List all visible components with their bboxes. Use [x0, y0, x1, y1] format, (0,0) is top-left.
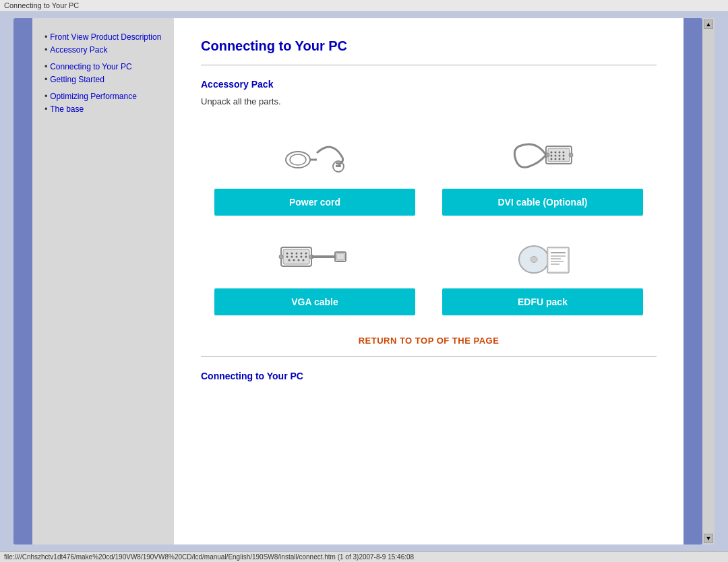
- sidebar-item-accessory[interactable]: Accessory Pack: [42, 44, 164, 55]
- svg-point-28: [305, 253, 307, 255]
- svg-point-44: [530, 257, 537, 263]
- sidebar-link-getting-started[interactable]: Getting Started: [50, 75, 104, 84]
- power-cord-label[interactable]: Power cord: [214, 189, 415, 216]
- scrollbar-down-button[interactable]: ▼: [704, 534, 713, 543]
- top-divider: [201, 65, 657, 65]
- sidebar-link-accessory[interactable]: Accessory Pack: [50, 45, 107, 55]
- dvi-cable-icon: [506, 133, 580, 180]
- edfu-pack-icon: [506, 232, 580, 280]
- sidebar-link-front-view[interactable]: Front View Product Description: [50, 32, 161, 42]
- svg-point-10: [559, 152, 561, 154]
- svg-point-9: [555, 152, 557, 154]
- svg-point-35: [293, 259, 295, 261]
- scrollbar-up-button[interactable]: ▲: [704, 20, 713, 29]
- svg-point-8: [551, 152, 553, 154]
- main-content: Connecting to Your PC Accessory Pack Unp…: [174, 18, 684, 544]
- svg-point-17: [555, 158, 557, 160]
- svg-point-25: [291, 253, 293, 255]
- sidebar-item-getting-started[interactable]: Getting Started: [42, 74, 164, 84]
- edfu-pack-cell: EDFU pack: [429, 222, 657, 322]
- statusbar-text: file:////Cnhszhctv1dt476/make%20cd/190VW…: [4, 553, 414, 561]
- svg-point-36: [298, 259, 300, 261]
- sidebar-item-base[interactable]: The base: [42, 104, 164, 114]
- svg-point-33: [305, 256, 307, 258]
- sidebar-link-base[interactable]: The base: [50, 104, 84, 114]
- svg-point-26: [296, 253, 298, 255]
- accessories-grid: Power cord: [201, 123, 657, 322]
- power-cord-icon: [278, 133, 352, 180]
- sidebar-link-connecting[interactable]: Connecting to Your PC: [50, 62, 131, 71]
- power-cord-cell: Power cord: [201, 123, 429, 222]
- return-link-container[interactable]: RETURN TO TOP OF THE PAGE: [201, 336, 657, 346]
- sidebar-item-optimizing[interactable]: Optimizing Performance: [42, 91, 164, 101]
- svg-point-18: [559, 158, 561, 160]
- svg-point-13: [555, 155, 557, 157]
- intro-text: Unpack all the parts.: [201, 96, 657, 106]
- return-to-top-link[interactable]: RETURN TO TOP OF THE PAGE: [359, 336, 499, 346]
- svg-point-14: [559, 155, 561, 157]
- left-accent-bar: [13, 18, 32, 544]
- sidebar-nav: Front View Product Description Accessory…: [42, 32, 164, 114]
- titlebar: Connecting to Your PC: [0, 0, 728, 11]
- bottom-divider: [201, 356, 657, 357]
- svg-point-16: [551, 158, 553, 160]
- page-title: Connecting to Your PC: [201, 38, 657, 54]
- sidebar-link-optimizing[interactable]: Optimizing Performance: [50, 92, 137, 101]
- svg-point-37: [303, 259, 305, 261]
- svg-point-34: [289, 259, 291, 261]
- titlebar-text: Connecting to Your PC: [4, 1, 79, 9]
- sidebar-item-front-view[interactable]: Front View Product Description: [42, 32, 164, 42]
- svg-point-29: [286, 256, 289, 258]
- vga-cable-icon: [278, 232, 352, 280]
- svg-point-31: [296, 256, 298, 258]
- svg-point-38: [279, 255, 283, 259]
- dvi-cable-cell: DVI cable (Optional): [429, 123, 657, 222]
- dvi-cable-image: [506, 129, 580, 183]
- statusbar: file:////Cnhszhctv1dt476/make%20cd/190VW…: [0, 551, 728, 562]
- edfu-pack-label[interactable]: EDFU pack: [442, 288, 643, 315]
- svg-point-1: [290, 154, 306, 165]
- svg-rect-4: [336, 162, 341, 164]
- sidebar: Front View Product Description Accessory…: [32, 18, 174, 544]
- power-cord-image: [278, 129, 352, 183]
- svg-point-30: [291, 256, 293, 258]
- svg-point-21: [569, 153, 573, 157]
- svg-point-19: [563, 158, 565, 160]
- svg-rect-42: [336, 253, 344, 260]
- svg-point-11: [563, 152, 565, 154]
- sidebar-item-connecting[interactable]: Connecting to Your PC: [42, 61, 164, 71]
- svg-point-15: [563, 155, 565, 157]
- vga-cable-cell: VGA cable: [201, 222, 429, 322]
- dvi-cable-label[interactable]: DVI cable (Optional): [442, 189, 643, 216]
- svg-rect-46: [549, 249, 568, 272]
- svg-point-24: [286, 253, 289, 255]
- accessory-pack-heading: Accessory Pack: [201, 79, 657, 90]
- vga-cable-image: [278, 229, 352, 283]
- vga-cable-label[interactable]: VGA cable: [214, 288, 415, 315]
- scrollbar[interactable]: ▲ ▼: [702, 18, 715, 544]
- right-accent-bar: [684, 18, 702, 544]
- bottom-section-heading: Connecting to Your PC: [201, 371, 657, 381]
- svg-point-12: [551, 155, 553, 157]
- svg-point-32: [301, 256, 303, 258]
- svg-point-27: [301, 253, 303, 255]
- edfu-pack-image: [506, 229, 580, 283]
- svg-rect-5: [336, 165, 341, 167]
